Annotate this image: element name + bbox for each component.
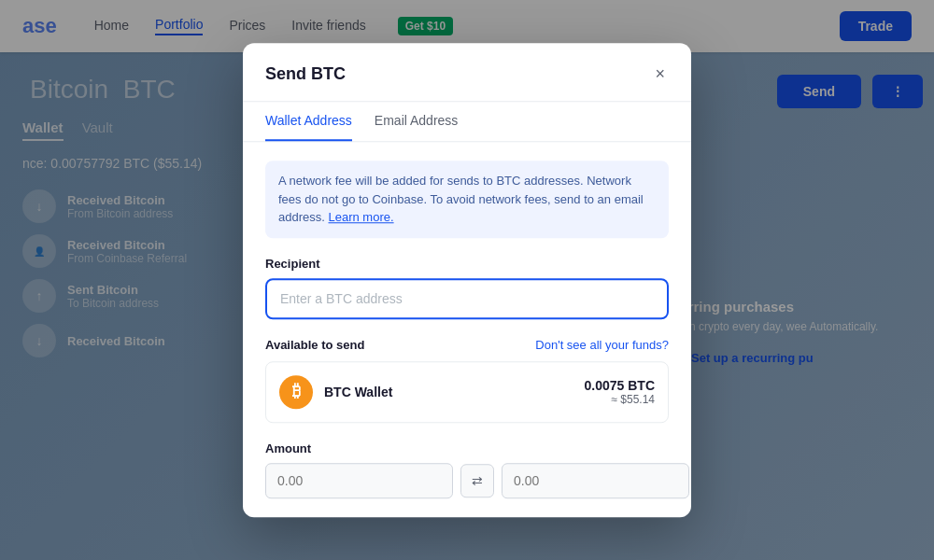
wallet-usd-value: ≈ $55.14 [585,393,655,406]
send-btc-modal: Send BTC × Wallet Address Email Address … [243,43,691,517]
modal-body: A network fee will be added for sends to… [243,142,691,517]
recipient-input[interactable] [265,278,669,319]
amount-section: Amount ⇄ [265,441,669,498]
amount-btc-input[interactable] [502,463,689,498]
amount-usd-input[interactable] [265,463,453,498]
available-header: Available to send Don't see all your fun… [265,338,669,352]
wallet-name: BTC Wallet [324,385,573,399]
funds-link[interactable]: Don't see all your funds? [535,338,669,352]
swap-currency-button[interactable]: ⇄ [460,464,494,497]
modal-title: Send BTC [265,64,346,84]
btc-wallet-row[interactable]: ₿ BTC Wallet 0.0075 BTC ≈ $55.14 [265,361,669,423]
learn-more-link[interactable]: Learn more. [329,210,394,224]
wallet-btc-value: 0.0075 BTC [585,378,655,393]
network-fee-text: A network fee will be added for sends to… [278,172,656,227]
tab-email-address[interactable]: Email Address [375,102,458,141]
amount-label: Amount [265,441,669,455]
tab-wallet-address[interactable]: Wallet Address [265,102,352,141]
modal-header: Send BTC × [243,43,691,102]
recipient-label: Recipient [265,257,669,271]
modal-close-button[interactable]: × [651,62,669,86]
amount-inputs-row: ⇄ [265,463,669,498]
btc-icon: ₿ [279,375,313,409]
wallet-amount: 0.0075 BTC ≈ $55.14 [585,378,655,406]
modal-tab-bar: Wallet Address Email Address [243,102,691,142]
network-fee-info: A network fee will be added for sends to… [265,161,669,238]
available-label: Available to send [265,338,364,352]
